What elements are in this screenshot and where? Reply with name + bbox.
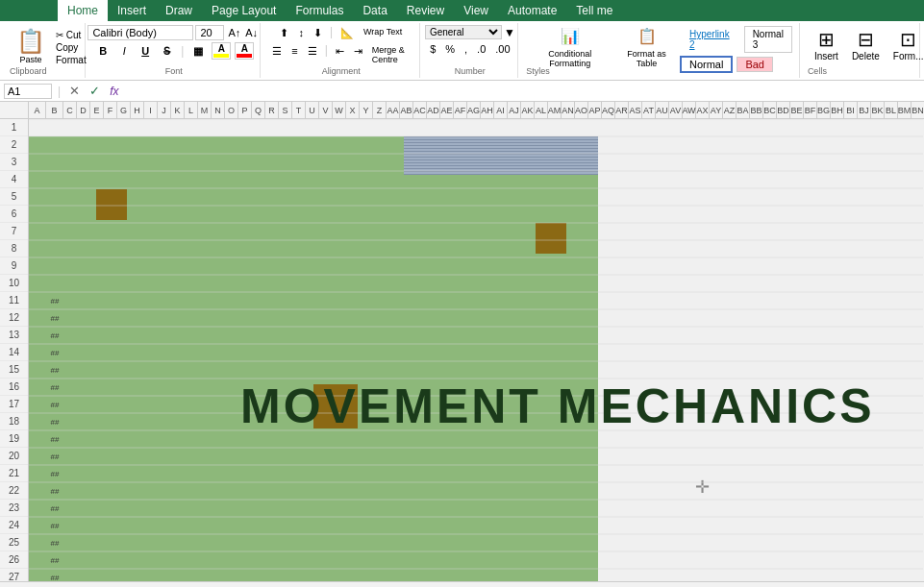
row-num-24: 24 bbox=[0, 517, 28, 534]
wrap-text-button[interactable]: Wrap Text bbox=[360, 25, 406, 41]
tab-data[interactable]: Data bbox=[353, 0, 396, 21]
formula-input[interactable] bbox=[125, 85, 920, 98]
underline-button[interactable]: U bbox=[136, 43, 155, 59]
strikethrough-button[interactable]: S̶ bbox=[157, 43, 176, 60]
insert-button[interactable]: ⊞ Insert bbox=[808, 25, 845, 64]
col-header-v: V bbox=[319, 102, 333, 118]
cell-reference-box[interactable] bbox=[4, 84, 52, 99]
col-header-av: AV bbox=[669, 102, 683, 118]
tab-automate[interactable]: Automate bbox=[498, 0, 566, 21]
delete-label: Delete bbox=[852, 51, 880, 61]
format-painter-button[interactable]: Format bbox=[52, 54, 90, 66]
format-button[interactable]: ⊡ Form... bbox=[887, 25, 924, 64]
formula-fx-button[interactable]: fx bbox=[107, 85, 121, 98]
row-num-10: 10 bbox=[0, 275, 28, 292]
tab-view[interactable]: View bbox=[454, 0, 498, 21]
paste-label: Paste bbox=[19, 55, 41, 64]
col-header-u: U bbox=[306, 102, 319, 118]
col-header-ah: AH bbox=[481, 102, 494, 118]
font-name-selector[interactable]: Calibri (Body) bbox=[87, 25, 193, 40]
row-num-20: 20 bbox=[0, 448, 28, 465]
blue-striped-area bbox=[404, 136, 598, 175]
col-header-m: M bbox=[198, 102, 212, 118]
col-header-au: AU bbox=[656, 102, 669, 118]
tab-formulas[interactable]: Formulas bbox=[286, 0, 353, 21]
cell-styles-area: Hyperlink 2 Normal 3 Normal Bad bbox=[680, 25, 793, 73]
col-header-at: AT bbox=[642, 102, 656, 118]
col-header-l: L bbox=[185, 102, 198, 118]
tab-page-layout[interactable]: Page Layout bbox=[202, 0, 286, 21]
font-size-selector[interactable]: 20 bbox=[195, 25, 224, 40]
col-header-bk: BK bbox=[871, 102, 885, 118]
separator-2: | bbox=[330, 25, 333, 41]
row-num-5: 5 bbox=[0, 188, 28, 206]
font-group-label: Font bbox=[165, 66, 183, 76]
formula-cancel-button[interactable]: ✕ bbox=[66, 84, 83, 98]
format-as-table-button[interactable]: Format as Table bbox=[617, 47, 676, 70]
increase-font-size-button[interactable]: A↑ bbox=[226, 26, 242, 39]
normal-style-box[interactable]: Normal bbox=[680, 56, 733, 73]
align-top-button[interactable]: ⬆ bbox=[276, 25, 292, 41]
col-header-ao: AO bbox=[575, 102, 588, 118]
copy-button[interactable]: Copy bbox=[52, 41, 90, 54]
merge-center-button[interactable]: Merge & Centre bbox=[368, 43, 414, 66]
insert-label: Insert bbox=[814, 51, 838, 61]
ribbon-body: 📋 Paste ✂ Cut Copy Format Clipboard Cali… bbox=[0, 21, 924, 81]
decrease-indent-button[interactable]: ⇤ bbox=[332, 43, 348, 66]
fill-color-bar bbox=[213, 54, 229, 58]
separator-3: | bbox=[325, 43, 328, 66]
bold-button[interactable]: B bbox=[93, 43, 112, 59]
col-header-aj: AJ bbox=[508, 102, 521, 118]
currency-button[interactable]: $ bbox=[426, 41, 439, 57]
paste-button[interactable]: 📋 Paste bbox=[10, 25, 52, 67]
col-header-ac: AC bbox=[413, 102, 427, 118]
increase-decimal-button[interactable]: .00 bbox=[491, 41, 513, 57]
font-color-bar bbox=[237, 54, 252, 58]
tab-tell-me[interactable]: Tell me bbox=[566, 0, 622, 21]
cut-button[interactable]: ✂ Cut bbox=[52, 29, 90, 41]
align-center-button[interactable]: ≡ bbox=[287, 43, 301, 66]
increase-indent-button[interactable]: ⇥ bbox=[350, 43, 366, 66]
ribbon: Home Insert Draw Page Layout Formulas Da… bbox=[0, 0, 924, 81]
tab-draw[interactable]: Draw bbox=[156, 0, 202, 21]
tab-home[interactable]: Home bbox=[58, 0, 108, 21]
tab-review[interactable]: Review bbox=[397, 0, 454, 21]
percent-button[interactable]: % bbox=[441, 41, 459, 57]
decrease-decimal-button[interactable]: .0 bbox=[473, 41, 489, 57]
row-num-27: 27 bbox=[0, 569, 28, 581]
tab-insert[interactable]: Insert bbox=[108, 0, 156, 21]
border-button[interactable]: ▦ bbox=[188, 43, 208, 60]
number-format-selector[interactable]: General bbox=[425, 25, 502, 39]
col-header-w: W bbox=[333, 102, 346, 118]
font-color-button[interactable]: A bbox=[235, 42, 254, 60]
align-right-button[interactable]: ☰ bbox=[304, 43, 321, 66]
bad-style-box[interactable]: Bad bbox=[737, 57, 773, 72]
align-middle-button[interactable]: ↕ bbox=[294, 25, 308, 41]
col-header-ax: AX bbox=[696, 102, 710, 118]
hyperlink2-style[interactable]: Hyperlink 2 bbox=[681, 26, 738, 53]
clipboard-group: 📋 Paste ✂ Cut Copy Format Clipboard bbox=[4, 23, 86, 78]
formula-confirm-button[interactable]: ✓ bbox=[87, 84, 103, 98]
col-header-ad: AD bbox=[427, 102, 440, 118]
row-numbers-column: 1234567891011121314151617181920212223242… bbox=[0, 119, 29, 581]
number-format-dropdown[interactable]: ▼ bbox=[504, 26, 515, 39]
decrease-font-size-button[interactable]: A↓ bbox=[243, 26, 260, 39]
format-table-icon: 📋 bbox=[637, 27, 657, 45]
italic-button[interactable]: I bbox=[114, 43, 134, 59]
orientation-button[interactable]: 📐 bbox=[337, 25, 358, 41]
col-header-i: I bbox=[144, 102, 158, 118]
col-header-aq: AQ bbox=[602, 102, 615, 118]
normal3-style[interactable]: Normal 3 bbox=[744, 26, 792, 53]
align-left-button[interactable]: ☰ bbox=[268, 43, 286, 66]
delete-button[interactable]: ⊟ Delete bbox=[845, 25, 887, 64]
grid-content[interactable]: MOVEMENT MECHANICS ✛ ###################… bbox=[29, 119, 924, 581]
col-header-be: BE bbox=[790, 102, 804, 118]
number-group: General ▼ $ % , .0 .00 Number bbox=[422, 23, 518, 78]
fill-color-button[interactable]: A bbox=[212, 42, 231, 60]
align-bottom-button[interactable]: ⬇ bbox=[310, 25, 326, 41]
col-header-bc: BC bbox=[763, 102, 777, 118]
col-header-aw: AW bbox=[683, 102, 696, 118]
row-num-3: 3 bbox=[0, 154, 28, 171]
col-header-z: Z bbox=[373, 102, 387, 118]
comma-button[interactable]: , bbox=[461, 41, 471, 57]
